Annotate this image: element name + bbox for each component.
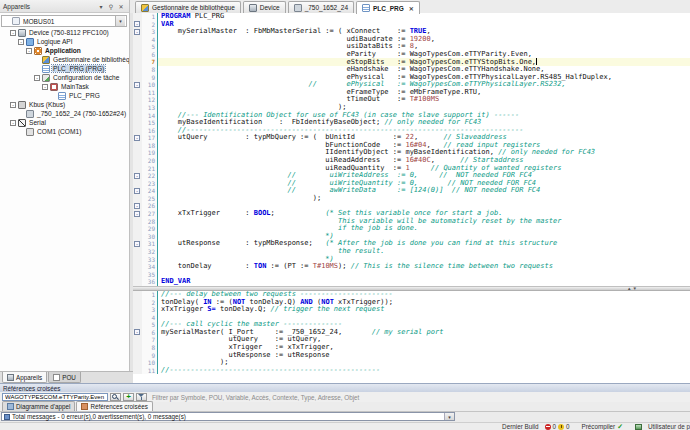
fold-margin[interactable] — [133, 157, 142, 165]
code-line[interactable]: 25 ); — [133, 195, 690, 203]
tab-diagramme-d-appel[interactable]: Diagramme d'appel — [2, 401, 75, 411]
crossref-search-input[interactable] — [2, 393, 108, 401]
fold-icon[interactable]: - — [134, 241, 140, 247]
fold-icon[interactable]: - — [134, 211, 140, 217]
code-text[interactable]: utResponse := utResponse — [158, 352, 690, 360]
expander-icon[interactable]: - — [34, 75, 40, 81]
fold-margin[interactable] — [133, 306, 142, 314]
fold-margin[interactable] — [133, 263, 142, 271]
tab-close-icon[interactable]: ✕ — [409, 5, 414, 12]
tree-item-plc-prg[interactable]: PLC_PRG — [0, 91, 129, 100]
fold-margin[interactable]: - — [133, 21, 142, 29]
fold-margin[interactable] — [133, 74, 142, 82]
fold-margin[interactable] — [133, 96, 142, 104]
filter-button[interactable] — [136, 393, 147, 401]
code-text[interactable]: xTxTrigger S= tonDelay.Q; // trigger the… — [158, 306, 690, 314]
tree-item-mobus01[interactable]: MOBUS01▾ — [1, 15, 127, 27]
fold-margin[interactable] — [133, 36, 142, 44]
fold-margin[interactable] — [133, 271, 142, 279]
tree-item-application[interactable]: -Application — [0, 46, 129, 55]
code-text[interactable]: END_VAR — [158, 278, 690, 286]
code-text[interactable]: tonDelay : TON := (PT := T#10MS); // Thi… — [158, 263, 690, 271]
fold-margin[interactable] — [133, 180, 142, 188]
fold-margin[interactable] — [133, 359, 142, 367]
fold-margin[interactable] — [133, 66, 142, 74]
tree-item-device-750-8112-pfc100-[interactable]: -Device (750-8112 PFC100) — [0, 28, 129, 37]
fold-margin[interactable]: - — [133, 202, 142, 210]
fold-margin[interactable] — [133, 336, 142, 344]
tab-device[interactable]: Device — [243, 1, 286, 13]
fold-icon[interactable]: - — [134, 29, 140, 35]
tree-item-maintask[interactable]: -MainTask — [0, 82, 129, 91]
fold-margin[interactable]: - — [133, 210, 142, 218]
close-icon[interactable]: ✕ — [116, 3, 126, 10]
fold-margin[interactable]: - — [133, 28, 142, 36]
expander-icon[interactable]: - — [18, 39, 24, 45]
code-line[interactable]: 1PROGRAM PLC_PRG — [133, 13, 690, 21]
tree-item-configuration-de-t-che[interactable]: -Configuration de tâche — [0, 73, 129, 82]
expander-icon[interactable]: - — [10, 102, 16, 108]
fold-margin[interactable] — [133, 127, 142, 135]
fold-icon[interactable]: - — [134, 188, 140, 194]
tree-item--750-1652-24-750-1652-24-[interactable]: _750_1652_24 (750-1652#24) — [0, 109, 129, 118]
fold-margin[interactable] — [133, 367, 142, 375]
code-text[interactable]: ); — [158, 195, 690, 203]
fold-margin[interactable] — [133, 119, 142, 127]
fold-icon[interactable]: - — [134, 21, 140, 27]
expander-icon[interactable]: - — [10, 120, 16, 126]
tab-pou[interactable]: POU — [48, 372, 81, 383]
tab--750-1652-24[interactable]: _750_1652_24 — [288, 1, 354, 13]
fold-icon[interactable]: - — [134, 173, 140, 179]
code-line[interactable]: 36END_VAR — [133, 278, 690, 286]
tree-item-gestionnaire-de-biblioth-que[interactable]: Gestionnaire de bibliothèque — [0, 55, 129, 64]
fold-margin[interactable]: - — [133, 134, 142, 142]
fold-margin[interactable]: - — [133, 187, 142, 195]
implementation-pane[interactable]: 1//--- delay between two requests ------… — [133, 291, 690, 383]
expander-icon[interactable]: - — [42, 84, 48, 90]
panel-menu-icon[interactable]: ▾ — [96, 3, 106, 10]
editor-splitter[interactable]: ▲▼ — [133, 286, 690, 291]
expander-icon[interactable]: - — [10, 30, 16, 36]
fold-margin[interactable] — [133, 13, 142, 21]
tree-item-logique-api[interactable]: -Logique API — [0, 37, 129, 46]
search-button[interactable] — [110, 393, 121, 401]
fold-margin[interactable] — [133, 89, 142, 97]
code-text[interactable]: PROGRAM PLC_PRG — [158, 13, 690, 21]
fold-margin[interactable] — [133, 51, 142, 59]
fold-margin[interactable] — [133, 58, 142, 66]
tree-item-serial[interactable]: -Serial — [0, 118, 129, 127]
fold-margin[interactable] — [133, 195, 142, 203]
combo-arrow-icon[interactable]: ▾ — [444, 413, 454, 420]
tab-plc-prg[interactable]: PLC_PRG✕ — [356, 1, 420, 14]
fold-margin[interactable] — [133, 43, 142, 51]
tree-item-com1-com1-[interactable]: COM1 (COM1) — [0, 127, 129, 136]
tree-combo-arrow-icon[interactable]: ▾ — [115, 16, 125, 26]
fold-margin[interactable] — [133, 248, 142, 256]
code-text[interactable]: eParity := WagoTypesCom.eTTYParity.Even, — [158, 51, 690, 59]
fold-icon[interactable]: - — [134, 82, 140, 88]
add-button[interactable]: + — [123, 393, 134, 401]
code-line[interactable]: 11//------------------------------------… — [133, 367, 690, 375]
fold-margin[interactable]: - — [133, 172, 142, 180]
fold-margin[interactable] — [133, 314, 142, 322]
code-line[interactable]: 6 eParity := WagoTypesCom.eTTYParity.Eve… — [133, 51, 690, 59]
code-text[interactable]: //--------------------------------------… — [158, 367, 690, 375]
tab-r-f-rences-crois-es[interactable]: Références croisées — [76, 401, 152, 411]
fold-margin[interactable] — [133, 104, 142, 112]
fold-margin[interactable] — [133, 233, 142, 241]
fold-margin[interactable] — [133, 291, 142, 299]
pin-icon[interactable]: ⚲ — [106, 3, 116, 10]
fold-margin[interactable] — [133, 352, 142, 360]
messages-summary-combo[interactable]: Total messages - 0 erreur(s),0 avertisse… — [1, 412, 455, 421]
splitter-arrows-icon[interactable]: ▲▼ — [627, 286, 638, 291]
fold-margin[interactable] — [133, 344, 142, 352]
fold-margin[interactable] — [133, 149, 142, 157]
tab-appareils[interactable]: Appareils — [2, 372, 47, 383]
declaration-pane[interactable]: 1PROGRAM PLC_PRG-2VAR-3 mySerialMaster :… — [133, 13, 690, 286]
code-line[interactable]: 35 — [133, 271, 690, 279]
code-line[interactable]: 34 tonDelay : TON := (PT := T#10MS); // … — [133, 263, 690, 271]
fold-margin[interactable]: - — [133, 240, 142, 248]
tab-gestionnaire-de-biblioth-que[interactable]: Gestionnaire de bibliothèque — [135, 1, 241, 13]
fold-icon[interactable]: - — [134, 329, 140, 335]
fold-margin[interactable] — [133, 142, 142, 150]
